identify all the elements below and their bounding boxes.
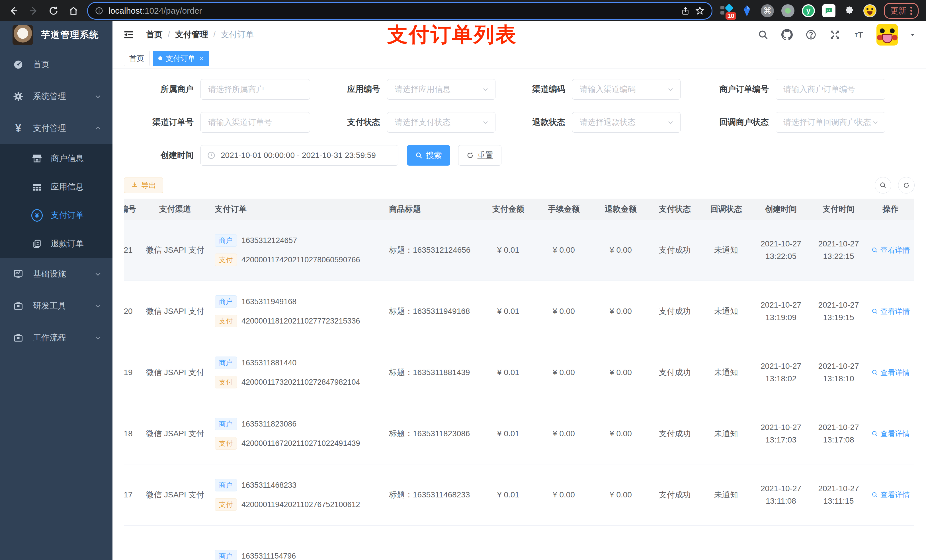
- extension-badge: 10: [726, 12, 736, 20]
- breadcrumb-home[interactable]: 首页: [146, 29, 163, 41]
- annotation-title: 支付订单列表: [387, 21, 517, 48]
- refund-status-select[interactable]: 请选择退款状态: [572, 112, 681, 133]
- reload-icon[interactable]: [47, 5, 60, 17]
- sidebar-item-system[interactable]: 系统管理: [0, 80, 112, 112]
- chevron-up-icon: [94, 125, 101, 132]
- user-avatar[interactable]: [876, 24, 898, 45]
- create-time-range-picker[interactable]: 2021-10-01 00:00:00 - 2021-10-31 23:59:5…: [200, 145, 398, 166]
- share-icon[interactable]: [681, 6, 690, 15]
- browser-update-button[interactable]: 更新: [884, 3, 918, 19]
- home-icon[interactable]: [67, 5, 80, 17]
- table-header-row: 编号 支付渠道 支付订单 商品标题 支付金额 手续金额 退款金额 支付状态 回调…: [124, 199, 914, 220]
- search-icon[interactable]: [757, 29, 769, 41]
- search-icon: [879, 181, 887, 189]
- fullscreen-icon[interactable]: [829, 29, 841, 41]
- monitor-icon: [12, 268, 24, 280]
- extension-chat-icon[interactable]: [822, 4, 835, 17]
- url-bar[interactable]: localhost:1024/pay/order: [87, 2, 713, 20]
- table-row: 商户1635311154796: [124, 525, 914, 560]
- navbar: 首页 / 支付管理 / 支付订单 支付订单列表: [112, 21, 926, 48]
- yen-circle-icon: ¥: [31, 210, 43, 221]
- toggle-search-button[interactable]: [875, 177, 891, 193]
- profile-emoji-icon[interactable]: [863, 4, 876, 17]
- refresh-table-button[interactable]: [898, 177, 915, 193]
- sidebar-item-refund-order[interactable]: 退款订单: [0, 229, 112, 258]
- extension-pin-icon[interactable]: 10: [720, 4, 733, 17]
- pay-tag: 支付: [215, 376, 237, 388]
- sidebar-item-pay-order[interactable]: ¥ 支付订单: [0, 201, 112, 229]
- github-icon[interactable]: [781, 29, 793, 41]
- view-detail-link[interactable]: 查看详情: [872, 429, 910, 439]
- channel-order-no-input[interactable]: [200, 112, 310, 133]
- table-row: 18 微信 JSAPI 支付 商户1635311823086 支付4200001…: [124, 403, 914, 464]
- pay-tag: 支付: [215, 254, 237, 266]
- view-detail-link[interactable]: 查看详情: [872, 306, 910, 316]
- view-detail-link[interactable]: 查看详情: [872, 490, 910, 500]
- close-tab-icon[interactable]: ×: [199, 54, 204, 63]
- merchant-order-no-input[interactable]: [776, 79, 885, 100]
- sidebar-item-infra[interactable]: 基础设施: [0, 258, 112, 290]
- sidebar-item-home[interactable]: 首页: [0, 49, 112, 80]
- magnifier-icon: [872, 491, 878, 498]
- collapse-sidebar-icon[interactable]: [123, 29, 135, 41]
- site-info-icon[interactable]: [95, 6, 103, 15]
- back-icon[interactable]: [8, 5, 20, 17]
- merchant-tag: 商户: [215, 550, 237, 560]
- caret-down-icon[interactable]: [909, 32, 916, 38]
- browser-menu-icon[interactable]: [910, 7, 912, 15]
- tab-pay-order[interactable]: 支付订单 ×: [153, 51, 209, 66]
- forward-icon[interactable]: [27, 5, 40, 17]
- sidebar-logo[interactable]: 芋道管理系统: [0, 21, 112, 49]
- extension-dot-icon[interactable]: [781, 4, 794, 17]
- app-select[interactable]: 请选择应用信息: [387, 79, 495, 100]
- table-row: 17 微信 JSAPI 支付 商户1635311468233 支付4200001…: [124, 464, 914, 525]
- breadcrumb: 首页 / 支付管理 / 支付订单: [146, 29, 254, 41]
- download-icon: [131, 181, 138, 189]
- extension-gem-icon[interactable]: [740, 4, 754, 17]
- help-icon[interactable]: [805, 29, 817, 41]
- content: 所属商户 应用编号 请选择应用信息 渠道编码 请输入渠道编码: [112, 69, 926, 560]
- extension-y-icon[interactable]: y: [802, 4, 815, 17]
- merchant-select[interactable]: [200, 79, 310, 100]
- shop-icon: [31, 153, 43, 164]
- magnifier-icon: [872, 308, 878, 315]
- clock-icon: [207, 151, 216, 160]
- channel-code-select[interactable]: 请输入渠道编码: [572, 79, 681, 100]
- tab-home[interactable]: 首页: [124, 51, 150, 66]
- sidebar-item-devtools[interactable]: 研发工具: [0, 290, 112, 322]
- sidebar-item-app-info[interactable]: 应用信息: [0, 173, 112, 201]
- briefcase-icon: [12, 332, 24, 343]
- merchant-tag: 商户: [215, 234, 237, 247]
- magnifier-icon: [872, 369, 878, 376]
- view-detail-link[interactable]: 查看详情: [872, 245, 910, 255]
- sidebar-item-pay[interactable]: ¥ 支付管理: [0, 112, 112, 144]
- breadcrumb-current: 支付订单: [221, 29, 254, 41]
- export-button[interactable]: 导出: [124, 178, 163, 193]
- briefcase-icon: [12, 300, 24, 312]
- breadcrumb-pay[interactable]: 支付管理: [175, 29, 208, 41]
- extension-bar: 10 ⌘ y: [720, 3, 918, 19]
- pay-tag: 支付: [215, 315, 237, 327]
- table-row: 20 微信 JSAPI 支付 商户1635311949168 支付4200001…: [124, 281, 914, 342]
- sidebar: 芋道管理系统 首页 系统管理 ¥ 支付管理: [0, 21, 112, 560]
- extensions-puzzle-icon[interactable]: [843, 4, 856, 17]
- pay-tag: 支付: [215, 437, 237, 450]
- sidebar-item-workflow[interactable]: 工作流程: [0, 322, 112, 354]
- pay-status-select[interactable]: 请选择支付状态: [387, 112, 495, 133]
- chevron-down-icon: [482, 86, 489, 93]
- search-icon: [415, 152, 422, 159]
- sidebar-item-merchant-info[interactable]: 商户信息: [0, 144, 112, 173]
- search-button[interactable]: 搜索: [407, 145, 450, 166]
- navbar-actions: тT: [757, 24, 916, 45]
- reset-button[interactable]: 重置: [458, 145, 501, 166]
- bookmark-star-icon[interactable]: [695, 6, 705, 16]
- notify-status-select[interactable]: 请选择订单回调商户状态: [776, 112, 885, 133]
- refresh-icon: [903, 181, 910, 189]
- chevron-down-icon: [872, 119, 879, 126]
- font-size-icon[interactable]: тT: [853, 29, 865, 41]
- tag-view-bar: 首页 支付订单 ×: [112, 48, 926, 69]
- table-row: 21 微信 JSAPI 支付 商户1635312124657 支付4200001…: [124, 220, 914, 281]
- magnifier-icon: [872, 247, 878, 254]
- extension-command-icon[interactable]: ⌘: [761, 4, 774, 17]
- view-detail-link[interactable]: 查看详情: [872, 368, 910, 377]
